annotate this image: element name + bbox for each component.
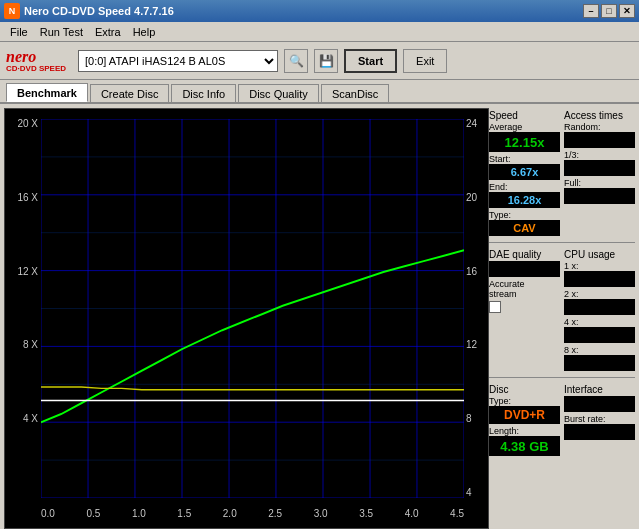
- start-button[interactable]: Start: [344, 49, 397, 73]
- toolbar: nero CD·DVD SPEED [0:0] ATAPI iHAS124 B …: [0, 42, 639, 80]
- x-axis: 0.0 0.5 1.0 1.5 2.0 2.5 3.0 3.5 4.0 4.5: [41, 498, 464, 528]
- window-title: Nero CD-DVD Speed 4.7.7.16: [24, 5, 174, 17]
- y-axis-right: 24 20 16 12 8 4: [464, 119, 488, 498]
- nero-logo: nero CD·DVD SPEED: [6, 49, 66, 73]
- disc-length-label: Length:: [489, 426, 560, 436]
- end-value: 16.28x: [489, 192, 560, 208]
- y-label-0x: [35, 488, 38, 498]
- dae-section: DAE quality Accurate stream: [489, 247, 560, 373]
- disc-interface-sections: Disc Type: DVD+R Length: 4.38 GB Interfa…: [489, 382, 635, 458]
- y-right-16: 16: [466, 267, 477, 277]
- y-label-16x: 16 X: [17, 193, 38, 203]
- menu-extra[interactable]: Extra: [89, 24, 127, 40]
- y-label-20x: 20 X: [17, 119, 38, 129]
- x-label-20: 2.0: [223, 508, 237, 519]
- burst-rate-label: Burst rate:: [564, 414, 635, 424]
- interface-header: Interface: [564, 384, 635, 395]
- menu-run-test[interactable]: Run Test: [34, 24, 89, 40]
- interface-value: [564, 396, 635, 412]
- dae-value: [489, 261, 560, 277]
- one-third-label: 1/3:: [564, 150, 635, 160]
- burst-rate-value: [564, 424, 635, 440]
- cpu-section: CPU usage 1 x: 2 x: 4 x: 8 x:: [564, 247, 635, 373]
- interface-section: Interface Burst rate:: [564, 382, 635, 458]
- one-third-value: [564, 160, 635, 176]
- x-label-10: 1.0: [132, 508, 146, 519]
- x-label-35: 3.5: [359, 508, 373, 519]
- disc-type-value: DVD+R: [489, 406, 560, 424]
- start-label: Start:: [489, 154, 560, 164]
- accurate-stream-checkbox[interactable]: [489, 301, 501, 313]
- tab-disc-info[interactable]: Disc Info: [171, 84, 236, 102]
- y-right-20: 20: [466, 193, 477, 203]
- accurate-stream-label2: stream: [489, 289, 560, 299]
- y-right-12: 12: [466, 340, 477, 350]
- nero-brand-text: nero: [6, 49, 66, 65]
- accurate-stream-row: [489, 301, 560, 313]
- cpu-8x-value: [564, 355, 635, 371]
- accurate-stream-label: Accurate: [489, 279, 560, 289]
- tab-scan-disc[interactable]: ScanDisc: [321, 84, 389, 102]
- chart-plot: [41, 119, 464, 498]
- x-label-0: 0.0: [41, 508, 55, 519]
- tab-bar: Benchmark Create Disc Disc Info Disc Qua…: [0, 80, 639, 104]
- menu-file[interactable]: File: [4, 24, 34, 40]
- x-label-25: 2.5: [268, 508, 282, 519]
- y-axis-left: 20 X 16 X 12 X 8 X 4 X: [5, 119, 41, 498]
- full-label: Full:: [564, 178, 635, 188]
- cpu-2x-value: [564, 299, 635, 315]
- cpu-dae-sections: DAE quality Accurate stream CPU usage 1 …: [489, 247, 635, 373]
- exit-button[interactable]: Exit: [403, 49, 447, 73]
- cpu-2x-label: 2 x:: [564, 289, 635, 299]
- divider2: [489, 377, 635, 378]
- type-value: CAV: [489, 220, 560, 236]
- drive-selector[interactable]: [0:0] ATAPI iHAS124 B AL0S: [78, 50, 278, 72]
- minimize-button[interactable]: –: [583, 4, 599, 18]
- x-label-40: 4.0: [405, 508, 419, 519]
- close-button[interactable]: ✕: [619, 4, 635, 18]
- dae-header: DAE quality: [489, 249, 560, 260]
- disc-type-header: Disc: [489, 384, 560, 395]
- speed-header: Speed: [489, 110, 560, 121]
- cpu-4x-value: [564, 327, 635, 343]
- browse-icon-button[interactable]: 🔍: [284, 49, 308, 73]
- disc-length-value: 4.38 GB: [489, 436, 560, 456]
- menu-help[interactable]: Help: [127, 24, 162, 40]
- tab-create-disc[interactable]: Create Disc: [90, 84, 169, 102]
- chart-svg: [41, 119, 464, 498]
- maximize-button[interactable]: □: [601, 4, 617, 18]
- cpu-4x-label: 4 x:: [564, 317, 635, 327]
- average-label: Average: [489, 122, 560, 132]
- cpu-1x-label: 1 x:: [564, 261, 635, 271]
- start-value: 6.67x: [489, 164, 560, 180]
- disc-section: Disc Type: DVD+R Length: 4.38 GB: [489, 382, 560, 458]
- x-label-45: 4.5: [450, 508, 464, 519]
- cpu-header: CPU usage: [564, 249, 635, 260]
- end-label: End:: [489, 182, 560, 192]
- x-label-30: 3.0: [314, 508, 328, 519]
- y-label-8x: 8 X: [23, 340, 38, 350]
- main-content: 20 X 16 X 12 X 8 X 4 X: [0, 104, 639, 529]
- x-label-15: 1.5: [177, 508, 191, 519]
- access-times-header: Access times: [564, 110, 635, 121]
- access-times-section: Access times Random: 1/3: Full:: [564, 108, 635, 238]
- y-right-4: 4: [466, 488, 472, 498]
- disc-type-label: Type:: [489, 396, 560, 406]
- cpu-8x-label: 8 x:: [564, 345, 635, 355]
- full-value: [564, 188, 635, 204]
- y-label-12x: 12 X: [17, 267, 38, 277]
- title-bar: N Nero CD-DVD Speed 4.7.7.16 – □ ✕: [0, 0, 639, 22]
- app-icon: N: [4, 3, 20, 19]
- speed-access-sections: Speed Average 12.15x Start: 6.67x End: 1…: [489, 108, 635, 238]
- tab-benchmark[interactable]: Benchmark: [6, 83, 88, 102]
- speed-section: Speed Average 12.15x Start: 6.67x End: 1…: [489, 108, 560, 238]
- tab-disc-quality[interactable]: Disc Quality: [238, 84, 319, 102]
- nero-product-text: CD·DVD SPEED: [6, 65, 66, 73]
- random-label: Random:: [564, 122, 635, 132]
- save-icon-button[interactable]: 💾: [314, 49, 338, 73]
- y-right-8: 8: [466, 414, 472, 424]
- cpu-1x-value: [564, 271, 635, 287]
- right-panel: Speed Average 12.15x Start: 6.67x End: 1…: [489, 104, 639, 529]
- type-label: Type:: [489, 210, 560, 220]
- average-value: 12.15x: [489, 132, 560, 152]
